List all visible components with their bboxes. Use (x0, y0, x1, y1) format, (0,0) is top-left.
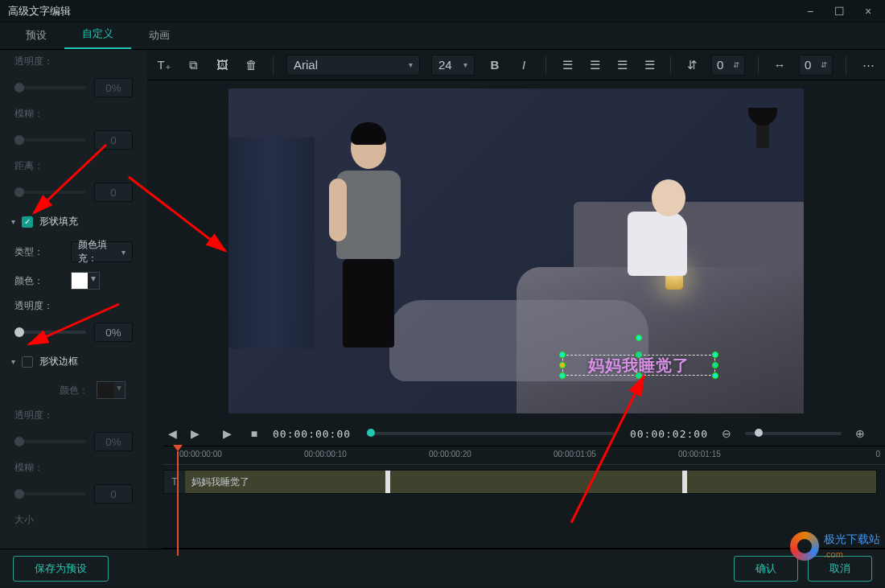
resize-handle[interactable] (559, 362, 566, 368)
size-label: 大小 (14, 513, 63, 527)
border-blur-slider[interactable] (14, 492, 86, 495)
ok-button[interactable]: 确认 (734, 556, 798, 582)
distance-slider[interactable] (14, 191, 86, 194)
close-icon[interactable]: × (859, 5, 877, 18)
align-left-icon[interactable]: ☰ (559, 58, 575, 72)
stop-icon[interactable]: ■ (245, 427, 263, 440)
window-controls: − ☐ × (801, 5, 877, 18)
section-shape-border[interactable]: ▾ 形状边框 (0, 347, 147, 376)
font-select[interactable]: Arial ▾ (286, 55, 420, 76)
side-panel: 透明度： 模糊： 距离： ▾ ✓ 形状填充 类型： 颜色填充： ▾ 颜色： ▾ (0, 50, 147, 549)
chevron-down-icon: ▾ (11, 357, 15, 366)
border-opacity-input[interactable] (94, 432, 133, 451)
zoom-slider[interactable] (745, 432, 842, 435)
chevron-down-icon: ▾ (409, 60, 413, 69)
clip-trim-in[interactable] (385, 471, 390, 493)
save-preset-button[interactable]: 保存为预设 (13, 556, 109, 582)
resize-handle[interactable] (712, 362, 718, 368)
border-color-label: 颜色： (14, 384, 88, 397)
fill-type-select[interactable]: 颜色填充： ▾ (71, 241, 133, 262)
distance-input[interactable] (94, 183, 133, 202)
blur-slider[interactable] (14, 138, 86, 142)
resize-handle[interactable] (559, 352, 566, 358)
timeline-ruler[interactable]: 00:00:00:00 00:00:00:10 00:00:00:20 00:0… (163, 446, 885, 465)
clip-label: 妈妈我睡觉了 (191, 475, 249, 489)
line-height-input[interactable]: 0⇵ (711, 55, 745, 76)
resize-handle[interactable] (712, 372, 718, 379)
ruler-end: 0 (875, 450, 880, 458)
blur-label: 模糊： (14, 107, 63, 121)
border-opacity-label: 透明度： (14, 409, 63, 422)
end-timecode: 00:00:02:00 (630, 428, 708, 440)
tab-animation[interactable]: 动画 (131, 22, 187, 49)
font-name: Arial (294, 58, 318, 72)
italic-icon[interactable]: I (515, 58, 533, 72)
text-track-icon: T (164, 476, 185, 487)
zoom-out-icon[interactable]: ⊖ (718, 427, 735, 440)
ruler-tick: 00:00:01:15 (678, 450, 721, 458)
shape-border-checkbox[interactable] (22, 356, 33, 368)
cancel-button[interactable]: 取消 (808, 556, 872, 582)
border-blur-input[interactable] (94, 484, 133, 504)
rotate-handle[interactable] (636, 335, 642, 341)
align-center-icon[interactable]: ☰ (587, 58, 603, 72)
border-color-swatch[interactable]: ▾ (97, 381, 126, 399)
crop-text-icon[interactable]: ⧉ (184, 58, 202, 72)
char-spacing-input[interactable]: 0⇵ (799, 55, 833, 76)
maximize-icon[interactable]: ☐ (830, 5, 848, 18)
add-text-icon[interactable]: T₊ (155, 58, 173, 72)
more-icon[interactable]: ⋯ (859, 58, 877, 72)
align-right-icon[interactable]: ☰ (614, 58, 630, 72)
video-frame[interactable]: 妈妈我睡觉了 (228, 88, 804, 413)
resize-handle[interactable] (636, 352, 642, 358)
tab-preset[interactable]: 预设 (8, 22, 64, 49)
title-bar: 高级文字编辑 − ☐ × (0, 0, 885, 23)
border-opacity-slider[interactable] (14, 440, 86, 443)
align-justify-icon[interactable]: ☰ (641, 58, 657, 72)
line-spacing-icon[interactable]: ⇵ (684, 58, 700, 72)
char-spacing-icon[interactable]: ↔ (772, 58, 788, 72)
font-size-select[interactable]: 24 ▾ (431, 55, 475, 76)
chevron-down-icon: ▾ (463, 60, 467, 69)
color-label: 颜色： (14, 274, 63, 288)
zoom-in-icon[interactable]: ⊕ (851, 427, 869, 440)
minimize-icon[interactable]: − (801, 5, 819, 18)
content-area: T₊ ⧉ 🖼 🗑 Arial ▾ 24 ▾ B I ☰ ☰ ☰ ☰ ⇵ 0⇵ (147, 50, 885, 549)
chevron-down-icon: ▾ (121, 248, 126, 257)
opacity-slider[interactable] (14, 86, 86, 89)
ruler-tick: 00:00:00:00 (179, 450, 222, 458)
resize-handle[interactable] (712, 352, 718, 358)
resize-handle[interactable] (636, 372, 642, 379)
clip-trim-out[interactable] (682, 471, 687, 493)
text-track[interactable]: T 妈妈我睡觉了 (163, 470, 877, 494)
prev-frame-icon[interactable]: ◀ (163, 427, 181, 440)
shape-fill-checkbox[interactable]: ✓ (22, 216, 33, 228)
fill-opacity-slider[interactable] (14, 331, 86, 334)
chevron-down-icon: ▾ (11, 217, 15, 226)
opacity-input[interactable] (94, 78, 133, 97)
progress-bar[interactable] (367, 432, 614, 435)
shape-border-title: 形状边框 (39, 355, 78, 368)
ruler-tick: 00:00:01:05 (554, 450, 596, 458)
fill-opacity-label: 透明度： (14, 299, 63, 313)
blur-input[interactable] (94, 130, 133, 150)
fill-opacity-input[interactable] (94, 323, 133, 342)
tab-bar: 预设 自定义 动画 (0, 23, 885, 50)
resize-handle[interactable] (559, 372, 566, 379)
next-frame-icon[interactable]: ▶ (186, 427, 204, 440)
font-size: 24 (438, 58, 452, 72)
playback-bar: ◀ ▶ ▶ ■ 00:00:00:00 00:00:02:00 ⊖ ⊕ (147, 421, 885, 446)
fill-color-swatch[interactable]: ▾ (71, 272, 100, 290)
play-icon[interactable]: ▶ (218, 427, 236, 440)
current-timecode: 00:00:00:00 (273, 428, 351, 440)
delete-icon[interactable]: 🗑 (242, 58, 260, 72)
opacity-label: 透明度： (14, 55, 63, 68)
bold-icon[interactable]: B (486, 58, 504, 72)
caption-box[interactable]: 妈妈我睡觉了 (562, 355, 715, 376)
ruler-tick: 00:00:00:10 (304, 450, 347, 458)
tab-custom[interactable]: 自定义 (64, 20, 131, 49)
text-clip[interactable]: 妈妈我睡觉了 (185, 471, 876, 493)
timeline[interactable]: T 妈妈我睡觉了 (163, 465, 885, 549)
image-icon[interactable]: 🖼 (213, 58, 231, 72)
section-shape-fill[interactable]: ▾ ✓ 形状填充 (0, 207, 147, 236)
